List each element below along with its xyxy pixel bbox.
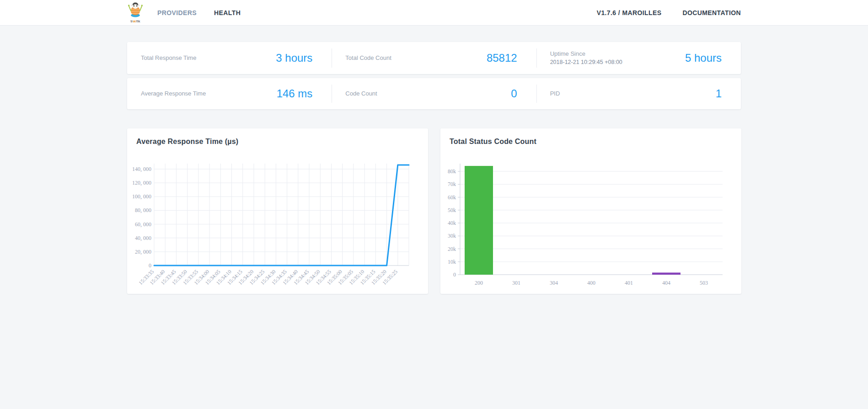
health-page-content: Total Response Time 3 hours Total Code C… [127, 42, 741, 294]
stat-label: Code Count [345, 90, 377, 98]
status-code-bar-chart: 010k20k30k40k50k60k70k80k200301304400401… [440, 128, 741, 294]
nav-item-providers[interactable]: PROVIDERS [157, 9, 197, 16]
stat-card-row-1: Total Response Time 3 hours Total Code C… [127, 42, 741, 74]
svg-text:301: 301 [512, 280, 520, 286]
traefik-mascot-icon [127, 2, 144, 19]
svg-text:120, 000: 120, 000 [132, 180, 151, 186]
stat-uptime-since: Uptime Since 2018-12-21 10:29:45 +08:00 … [536, 42, 741, 74]
svg-text:503: 503 [700, 280, 708, 286]
stat-value: 146 ms [277, 87, 313, 100]
stat-value: 3 hours [276, 52, 312, 64]
topbar-inner: træfik PROVIDERS HEALTH V1.7.6 / MAROILL… [127, 0, 741, 25]
stat-code-count: Code Count 0 [332, 78, 536, 109]
svg-text:10k: 10k [448, 259, 456, 265]
stat-label: Total Response Time [141, 54, 196, 62]
svg-text:0: 0 [149, 262, 151, 269]
stat-card-row-2: Average Response Time 146 ms Code Count … [127, 78, 741, 109]
version-link[interactable]: V1.7.6 / MAROILLES [597, 9, 662, 16]
stat-value: 1 [716, 87, 722, 100]
stat-label: PID [550, 90, 560, 98]
svg-text:100, 000: 100, 000 [132, 193, 151, 200]
svg-text:20, 000: 20, 000 [135, 249, 151, 255]
traefik-logo[interactable]: træfik [127, 2, 144, 23]
svg-text:401: 401 [625, 280, 633, 286]
status-code-chart-card: Total Status Code Count 010k20k30k40k50k… [440, 128, 741, 294]
svg-text:60k: 60k [448, 194, 456, 201]
svg-text:200: 200 [475, 280, 483, 286]
stat-average-response-time: Average Response Time 146 ms [127, 78, 332, 109]
stat-label: Average Response Time [141, 90, 206, 98]
svg-text:50k: 50k [448, 207, 456, 213]
documentation-link[interactable]: DOCUMENTATION [682, 9, 741, 16]
svg-text:60, 000: 60, 000 [135, 221, 151, 228]
svg-text:70k: 70k [448, 181, 456, 187]
svg-text:400: 400 [587, 280, 595, 286]
svg-text:0: 0 [453, 271, 456, 278]
main-nav: PROVIDERS HEALTH [157, 9, 241, 16]
svg-text:30k: 30k [448, 233, 456, 239]
svg-text:404: 404 [662, 280, 670, 286]
charts-row: Average Response Time (µs) 020, 00040, 0… [127, 128, 741, 294]
svg-text:140, 000: 140, 000 [132, 166, 151, 172]
svg-text:80, 000: 80, 000 [135, 207, 151, 213]
svg-text:304: 304 [550, 280, 558, 286]
stat-total-response-time: Total Response Time 3 hours [127, 42, 332, 74]
stat-value: 85812 [487, 52, 517, 64]
stat-label: Uptime Since 2018-12-21 10:29:45 +08:00 [550, 50, 622, 66]
nav-item-health[interactable]: HEALTH [214, 9, 241, 16]
response-time-line-chart: 020, 00040, 00060, 00080, 000100, 000120… [127, 128, 428, 294]
uptime-timestamp: 2018-12-21 10:29:45 +08:00 [550, 59, 622, 65]
stat-value: 5 hours [685, 52, 722, 64]
stat-value: 0 [511, 87, 517, 100]
svg-text:40, 000: 40, 000 [135, 235, 151, 241]
traefik-wordmark: træfik [130, 20, 140, 23]
top-navigation-bar: træfik PROVIDERS HEALTH V1.7.6 / MAROILL… [0, 0, 868, 26]
svg-text:40k: 40k [448, 220, 456, 226]
response-time-chart-card: Average Response Time (µs) 020, 00040, 0… [127, 128, 428, 294]
stat-pid: PID 1 [536, 78, 741, 109]
stat-total-code-count: Total Code Count 85812 [332, 42, 536, 74]
svg-text:80k: 80k [448, 168, 456, 175]
svg-text:20k: 20k [448, 246, 456, 252]
topbar-right: V1.7.6 / MAROILLES DOCUMENTATION [597, 9, 741, 16]
stat-label: Total Code Count [345, 54, 391, 62]
